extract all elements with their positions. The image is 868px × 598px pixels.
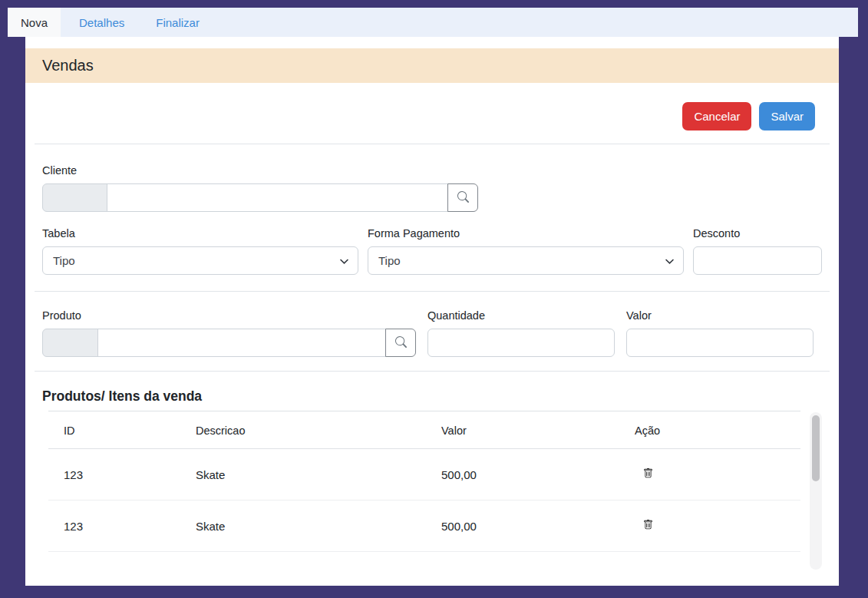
cliente-code-field[interactable] xyxy=(42,183,107,212)
col-id: ID xyxy=(48,411,180,449)
forma-pagamento-select[interactable]: Tipo xyxy=(368,246,684,275)
table-scrollbar[interactable] xyxy=(810,412,822,570)
produto-code-field[interactable] xyxy=(42,329,98,357)
delete-item-button[interactable] xyxy=(641,568,655,570)
payment-row: Tabela Tipo Forma Pagamento Tipo xyxy=(42,227,822,275)
cell-valor: 500,00 xyxy=(426,552,619,571)
valor-field[interactable] xyxy=(626,329,814,357)
col-acao: Ação xyxy=(619,411,800,449)
quantidade-group: Quantidade xyxy=(427,309,615,357)
cell-acao xyxy=(619,552,800,571)
scrollbar-thumb[interactable] xyxy=(812,415,820,481)
produto-search-button[interactable] xyxy=(385,329,416,357)
produto-input-group xyxy=(42,329,416,357)
items-table-region: ID Descricao Valor Ação 123 Skate 500,00 xyxy=(42,411,822,570)
tab-bar: Nova Detalhes Finalizar xyxy=(8,8,858,37)
page-title: Vendas xyxy=(42,57,94,74)
tabela-label: Tabela xyxy=(42,227,358,240)
produto-name-field[interactable] xyxy=(97,329,386,357)
delete-item-button[interactable] xyxy=(641,517,655,535)
table-header-row: ID Descricao Valor Ação xyxy=(48,411,800,449)
product-row: Produto Quantidade Valor xyxy=(42,309,822,357)
items-section-title: Produtos/ Itens da venda xyxy=(42,388,822,405)
col-valor: Valor xyxy=(426,411,619,449)
table-row: 123 Skate 500,00 xyxy=(48,501,800,552)
cell-acao xyxy=(619,449,800,501)
desconto-field[interactable] xyxy=(693,246,822,275)
forma-pagamento-label: Forma Pagamento xyxy=(368,227,684,240)
search-icon xyxy=(395,336,407,350)
cliente-search-button[interactable] xyxy=(447,183,478,212)
quantidade-label: Quantidade xyxy=(427,309,615,322)
content-card: Vendas Cancelar Salvar Cliente xyxy=(25,37,839,586)
produto-label: Produto xyxy=(42,309,416,322)
table-row: 123 Skate 500,00 xyxy=(48,449,800,501)
cell-descricao: Skate xyxy=(180,449,426,501)
search-icon xyxy=(457,191,469,205)
quantidade-field[interactable] xyxy=(427,329,615,357)
delete-item-button[interactable] xyxy=(641,465,655,484)
items-table: ID Descricao Valor Ação 123 Skate 500,00 xyxy=(48,411,800,570)
desconto-group: Desconto xyxy=(693,227,822,275)
cancel-button[interactable]: Cancelar xyxy=(682,102,751,131)
tabela-select[interactable]: Tipo xyxy=(42,246,358,275)
trash-icon xyxy=(643,467,653,481)
divider xyxy=(35,371,830,372)
col-descricao: Descricao xyxy=(180,411,426,449)
form-area: Cancelar Salvar Cliente Tabela xyxy=(25,102,839,570)
cell-descricao: Skate xyxy=(180,552,426,571)
table-row: 123 Skate 500,00 xyxy=(48,552,800,571)
cliente-group: Cliente xyxy=(42,164,822,212)
tab-detalhes[interactable]: Detalhes xyxy=(66,8,137,37)
valor-label: Valor xyxy=(626,309,814,322)
tab-finalizar[interactable]: Finalizar xyxy=(143,8,213,37)
tab-nova[interactable]: Nova xyxy=(8,8,61,37)
save-button[interactable]: Salvar xyxy=(759,102,815,131)
page-header: Vendas xyxy=(25,48,839,83)
valor-group: Valor xyxy=(626,309,814,357)
produto-group: Produto xyxy=(42,309,416,357)
desconto-label: Desconto xyxy=(693,227,822,240)
items-table-viewport: ID Descricao Valor Ação 123 Skate 500,00 xyxy=(48,411,800,570)
tabela-group: Tabela Tipo xyxy=(42,227,358,275)
cell-id: 123 xyxy=(48,501,180,552)
cliente-label: Cliente xyxy=(42,164,822,177)
divider xyxy=(35,144,830,144)
cell-valor: 500,00 xyxy=(426,449,619,501)
cell-id: 123 xyxy=(48,552,180,571)
divider xyxy=(35,291,830,292)
cell-descricao: Skate xyxy=(180,501,426,552)
cell-acao xyxy=(619,501,800,552)
cell-valor: 500,00 xyxy=(426,501,619,552)
cliente-name-field[interactable] xyxy=(107,183,448,212)
forma-pagamento-group: Forma Pagamento Tipo xyxy=(368,227,684,275)
action-button-row: Cancelar Salvar xyxy=(42,102,822,131)
trash-icon xyxy=(643,519,653,533)
cliente-input-group xyxy=(42,183,478,212)
cell-id: 123 xyxy=(48,449,180,501)
